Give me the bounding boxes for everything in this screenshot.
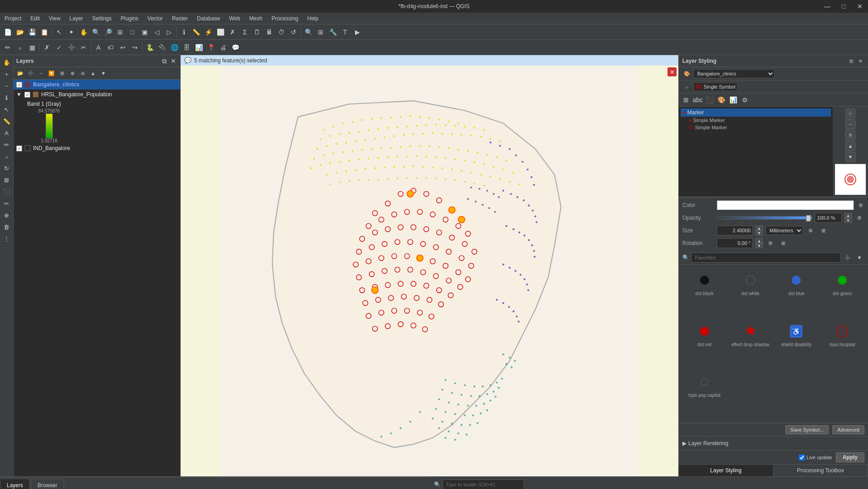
tb-stats[interactable]: Σ: [239, 26, 251, 38]
tb-node-tool[interactable]: ⬦: [14, 42, 26, 53]
lt-pencil[interactable]: ✏: [1, 139, 12, 150]
tb-select-feature[interactable]: ✦: [65, 26, 77, 38]
layer-item-bangalore-clinics[interactable]: ✓ Bangalore_clinics: [14, 80, 180, 89]
size-value-input[interactable]: [717, 226, 753, 235]
tb-print[interactable]: 🖨: [217, 42, 229, 53]
lt-delete[interactable]: 🗑: [1, 221, 12, 232]
lt-zoom-out[interactable]: −: [1, 80, 12, 91]
tb-timer[interactable]: ⏱: [275, 26, 287, 38]
lt-rotate[interactable]: ↻: [1, 163, 12, 174]
color-data-defined-btn[interactable]: ⚙: [857, 200, 864, 210]
size-assist-btn[interactable]: ⊞: [818, 226, 828, 235]
advanced-button[interactable]: Advanced: [832, 425, 864, 434]
menu-settings[interactable]: Settings: [88, 13, 116, 24]
layers-tb-filter[interactable]: 🔽: [47, 68, 56, 78]
tb-deselect[interactable]: ✗: [227, 26, 238, 38]
rp-icon-settings[interactable]: ⚙: [739, 94, 750, 105]
symbol-search-input[interactable]: [691, 253, 841, 263]
opacity-handle[interactable]: [806, 215, 811, 221]
tb-rollback[interactable]: ✗: [41, 42, 53, 53]
rp-layer-select[interactable]: Bangalore_clinics: [693, 69, 775, 78]
rp-tree-dup-btn[interactable]: ⎘: [845, 130, 855, 140]
menu-view[interactable]: View: [44, 13, 65, 24]
symbol-effect-drop-shadow[interactable]: effect drop shadow: [729, 320, 772, 368]
tb-grid[interactable]: ⊞: [315, 26, 327, 38]
tb-python[interactable]: 🐍: [144, 42, 156, 53]
layer-checkbox-ind[interactable]: ✓: [16, 146, 22, 151]
tb-plugin2[interactable]: 🔌: [156, 42, 168, 53]
lt-identify[interactable]: ℹ: [1, 92, 12, 103]
layers-tb-add[interactable]: ➕: [26, 68, 36, 78]
tb-report[interactable]: 📊: [193, 42, 205, 53]
menu-mesh[interactable]: Mesh: [245, 13, 267, 24]
menu-layer[interactable]: Layer: [65, 13, 88, 24]
tb-add-feature[interactable]: ➕: [65, 42, 77, 53]
rp-tree-down-btn[interactable]: ▼: [845, 152, 855, 162]
tb-undo[interactable]: ↩: [117, 42, 129, 53]
rp-symbol-type-btn[interactable]: Single Symbol: [693, 82, 737, 91]
rp-icon-diagram[interactable]: 📊: [728, 94, 738, 105]
layers-tb-expand[interactable]: ⊕: [67, 68, 77, 78]
lt-more[interactable]: ⋮: [1, 233, 12, 244]
layers-tb-up[interactable]: ▲: [88, 68, 98, 78]
symbol-dot-green[interactable]: dot green: [821, 269, 863, 317]
layers-tb-open[interactable]: 📂: [15, 68, 25, 78]
lt-zoom-in[interactable]: +: [1, 69, 12, 80]
size-spin-up[interactable]: ▲: [756, 226, 763, 230]
lt-scale[interactable]: ⊠: [1, 174, 12, 185]
layer-checkbox-clinics[interactable]: ✓: [16, 82, 22, 88]
symbol-dot-red[interactable]: dot red: [683, 320, 726, 368]
tb-plugin1[interactable]: 🔧: [327, 26, 339, 38]
tb-save[interactable]: 💾: [26, 26, 38, 38]
lt-node[interactable]: ⬦: [1, 151, 12, 162]
tb-select-rect[interactable]: ⬜: [215, 26, 226, 38]
rp-layer-rendering-toggle[interactable]: ▶ Layer Rendering: [682, 439, 864, 447]
color-swatch[interactable]: [717, 200, 854, 210]
tb-zoom-out[interactable]: 🔎: [102, 26, 114, 38]
layers-float-btn[interactable]: ⧉: [160, 57, 168, 65]
tb-georef[interactable]: 🌐: [168, 42, 180, 53]
rp-symbol-icon[interactable]: ⬦: [682, 82, 691, 91]
menu-vector[interactable]: Vector: [143, 13, 168, 24]
tb-digitize-pencil[interactable]: ✏: [2, 42, 14, 53]
size-spin-down[interactable]: ▼: [756, 230, 763, 235]
layers-tb-remove[interactable]: −: [36, 68, 46, 78]
close-button[interactable]: ✕: [852, 0, 868, 13]
rp-tree-simple-marker-1[interactable]: ● Simple Marker: [687, 117, 831, 124]
menu-database[interactable]: Database: [192, 13, 224, 24]
tb-label[interactable]: T: [339, 26, 351, 38]
symbol-dot-blue[interactable]: dot blue: [775, 269, 818, 317]
size-data-defined-btn[interactable]: ⚙: [806, 226, 816, 235]
menu-help[interactable]: Help: [303, 13, 323, 24]
rp-icon-abc[interactable]: abc: [692, 94, 703, 105]
search-add-btn[interactable]: ➕: [843, 253, 853, 263]
tb-preview[interactable]: ▶: [351, 26, 363, 38]
tb-new[interactable]: 📄: [2, 26, 14, 38]
opacity-spin-up[interactable]: ▲: [845, 213, 852, 218]
menu-plugins[interactable]: Plugins: [116, 13, 143, 24]
rotation-data-defined-btn[interactable]: ⚙: [765, 238, 775, 248]
rp-icon-expand[interactable]: ⊞: [681, 94, 691, 105]
rotation-assist-btn[interactable]: ⊞: [778, 238, 788, 248]
lt-label[interactable]: A: [1, 127, 12, 138]
tb-open[interactable]: 📂: [14, 26, 26, 38]
map-canvas[interactable]: ✕: [181, 66, 678, 476]
rotation-spin-down[interactable]: ▼: [756, 243, 763, 248]
lt-split[interactable]: ✂: [1, 198, 12, 209]
rp-tab-layer-styling[interactable]: Layer Styling: [679, 465, 774, 476]
rp-tree-add-btn[interactable]: ➕: [845, 108, 855, 118]
rp-tree-up-btn[interactable]: ▲: [845, 141, 855, 151]
tb-measure[interactable]: 📏: [190, 26, 202, 38]
tb-zoom-scale[interactable]: 🔍: [303, 26, 314, 38]
layer-expand-hrsl[interactable]: ▼: [16, 91, 23, 98]
symbol-dot-white[interactable]: dot white: [729, 269, 772, 317]
rotation-value-input[interactable]: [717, 238, 753, 248]
save-symbol-button[interactable]: Save Symbol...: [785, 425, 829, 434]
tb-action[interactable]: ⚡: [202, 26, 214, 38]
locate-search-input[interactable]: [443, 480, 524, 489]
opacity-value-input[interactable]: [815, 213, 842, 223]
tb-label-edit[interactable]: A: [93, 42, 104, 53]
size-unit-select[interactable]: Millimeters: [765, 226, 803, 235]
tb-field-calc[interactable]: 🖩: [263, 26, 275, 38]
opacity-slider[interactable]: [717, 216, 812, 220]
